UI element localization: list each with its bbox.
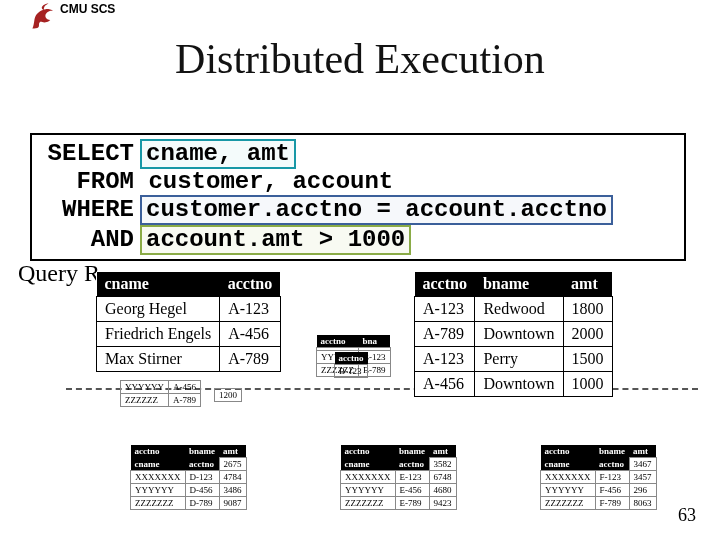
sql-from: customer, account	[134, 169, 393, 195]
sql-projection: cname, amt	[140, 139, 296, 169]
kw-and: AND	[38, 227, 134, 253]
bg-table-top-val: 1200	[214, 388, 242, 402]
slide-title: Distributed Execution	[0, 35, 720, 83]
bg-table-top-mid2: acctno B-123	[334, 352, 368, 378]
sql-filter: account.amt > 1000	[140, 225, 411, 255]
sql-join: customer.acctno = account.acctno	[140, 195, 613, 225]
slide-number: 63	[678, 505, 696, 526]
cmu-dragon-icon	[30, 2, 54, 32]
bg-table-bottom-a: acctnobnameamt cnameacctno2675 XXXXXXXD-…	[130, 445, 247, 510]
result-table-customer: cnameacctno Georg HegelA-123 Friedrich E…	[96, 272, 281, 372]
cmu-scs-label: CMU SCS	[60, 2, 115, 16]
kw-select: SELECT	[38, 141, 134, 167]
kw-from: FROM	[38, 169, 134, 195]
bg-table-bottom-b: acctnobnameamt cnameacctno3582 XXXXXXXE-…	[340, 445, 457, 510]
bg-table-top-left: YYYYYYA-456 ZZZZZZA-789	[120, 380, 201, 407]
result-table-account: acctnobnameamt A-123Redwood1800 A-789Dow…	[414, 272, 613, 397]
sql-query-box: SELECTcname, amt FROM customer, account …	[30, 133, 686, 261]
context-label: Query R	[18, 260, 100, 287]
cmu-header: CMU SCS	[30, 2, 115, 32]
kw-where: WHERE	[38, 197, 134, 223]
bg-table-bottom-c: acctnobnameamt cnameacctno3467 XXXXXXXF-…	[540, 445, 657, 510]
